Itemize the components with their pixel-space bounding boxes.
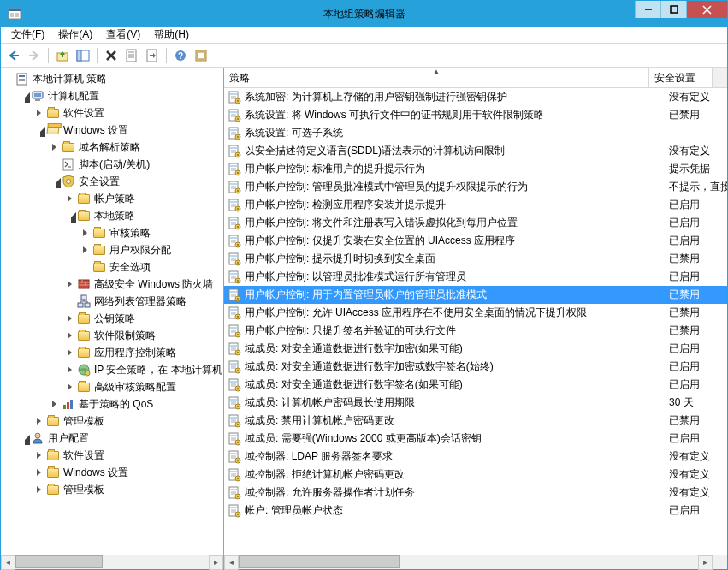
- expand-icon[interactable]: [66, 383, 75, 392]
- menu-file[interactable]: 文件(F): [4, 26, 51, 44]
- svg-rect-2: [10, 13, 14, 17]
- expand-icon[interactable]: [66, 348, 75, 358]
- policy-row[interactable]: 用户帐户控制: 以管理员批准模式运行所有管理员已启用: [224, 268, 727, 286]
- policy-row[interactable]: 系统设置: 可选子系统: [224, 124, 727, 142]
- policy-row[interactable]: 用户帐户控制: 提示提升时切换到安全桌面已禁用: [224, 250, 727, 268]
- tree-node-root[interactable]: 本地计算机 策略: [1, 70, 223, 87]
- menu-view[interactable]: 查看(V): [99, 26, 147, 44]
- tree-node-local_policies[interactable]: 本地策略: [1, 207, 223, 224]
- list-hscroll[interactable]: ◄ ►: [224, 555, 713, 569]
- maximize-button[interactable]: [660, 1, 686, 18]
- tree-node-security_settings[interactable]: 安全设置: [1, 173, 223, 190]
- tree-node-admin_templates_u[interactable]: 管理模板: [1, 481, 223, 498]
- tree-node-ip_security[interactable]: IP 安全策略，在 本地计算机: [1, 361, 223, 378]
- tree-node-computer_config[interactable]: 计算机配置: [1, 87, 223, 104]
- policy-row[interactable]: 域控制器: LDAP 服务器签名要求没有定义: [224, 448, 727, 466]
- tree-node-name_resolution[interactable]: 域名解析策略: [1, 139, 223, 156]
- policy-row[interactable]: 域控制器: 允许服务器操作者计划任务没有定义: [224, 484, 727, 502]
- menu-help[interactable]: 帮助(H): [147, 26, 196, 44]
- tree-node-security_options[interactable]: 安全选项: [1, 258, 223, 276]
- list-hscroll-left[interactable]: ◄: [224, 555, 239, 570]
- tree-node-software_settings_u[interactable]: 软件设置: [1, 447, 223, 464]
- policy-row[interactable]: 用户帐户控制: 只提升签名并验证的可执行文件已禁用: [224, 322, 727, 340]
- close-button[interactable]: [686, 1, 727, 18]
- expand-icon[interactable]: [35, 417, 44, 426]
- tree-node-scripts[interactable]: 脚本(启动/关机): [1, 156, 223, 173]
- policy-row[interactable]: 域成员: 需要强(Windows 2000 或更高版本)会话密钥已启用: [224, 430, 727, 448]
- expand-icon[interactable]: [50, 143, 60, 152]
- menu-action[interactable]: 操作(A): [51, 26, 99, 44]
- column-header-policy[interactable]: 策略 ▲: [224, 68, 649, 87]
- policy-row[interactable]: 用户帐户控制: 检测应用程序安装并提示提升已启用: [224, 196, 727, 214]
- delete-button[interactable]: [102, 46, 121, 65]
- expand-icon[interactable]: [35, 126, 44, 135]
- tree-node-advanced_audit[interactable]: 高级审核策略配置: [1, 378, 223, 395]
- policy-row[interactable]: 以安全描述符定义语言(SDDL)语法表示的计算机访问限制没有定义: [224, 142, 727, 160]
- policy-row[interactable]: 域成员: 对安全通道数据进行数字签名(如果可能)已启用: [224, 376, 727, 394]
- expand-icon[interactable]: [50, 400, 60, 409]
- tree-node-app_control[interactable]: 应用程序控制策略: [1, 344, 223, 361]
- tree-hscroll-right[interactable]: ►: [209, 555, 223, 570]
- expand-icon[interactable]: [81, 229, 91, 238]
- tree-node-policy_qos[interactable]: 基于策略的 QoS: [1, 395, 223, 413]
- expand-icon[interactable]: [66, 194, 75, 204]
- policy-row[interactable]: 用户帐户控制: 标准用户的提升提示行为提示凭据: [224, 160, 727, 178]
- tree-node-windows_settings[interactable]: Windows 设置: [1, 122, 223, 139]
- tree-node-public_key[interactable]: 公钥策略: [1, 310, 223, 327]
- policy-value: 已启用: [666, 234, 727, 248]
- tree-node-user_config[interactable]: 用户配置: [1, 430, 223, 447]
- expand-icon[interactable]: [66, 211, 75, 221]
- export-button[interactable]: [143, 46, 162, 65]
- expand-icon[interactable]: [50, 177, 60, 187]
- tree-body[interactable]: 本地计算机 策略计算机配置软件设置Windows 设置域名解析策略脚本(启动/关…: [1, 68, 223, 555]
- tree-node-admin_templates_c[interactable]: 管理模板: [1, 413, 223, 430]
- policy-row[interactable]: 用户帐户控制: 仅提升安装在安全位置的 UIAccess 应用程序已启用: [224, 232, 727, 250]
- forward-button[interactable]: [25, 46, 44, 65]
- tree-node-audit_policy[interactable]: 审核策略: [1, 224, 223, 241]
- policy-row[interactable]: 系统加密: 为计算机上存储的用户密钥强制进行强密钥保护没有定义: [224, 88, 727, 106]
- expand-icon[interactable]: [66, 331, 75, 341]
- policy-row[interactable]: 用户帐户控制: 将文件和注册表写入错误虚拟化到每用户位置已启用: [224, 214, 727, 232]
- expand-icon[interactable]: [81, 246, 91, 255]
- policy-row[interactable]: 帐户: 管理员帐户状态已启用: [224, 502, 727, 520]
- tree-node-software_settings[interactable]: 软件设置: [1, 104, 223, 122]
- list-hscroll-right[interactable]: ►: [698, 555, 713, 570]
- policy-row[interactable]: 用户帐户控制: 允许 UIAccess 应用程序在不使用安全桌面的情况下提升权限…: [224, 304, 727, 322]
- refresh-button[interactable]: [192, 46, 210, 65]
- up-button[interactable]: [53, 46, 72, 65]
- expand-icon[interactable]: [66, 314, 75, 324]
- folderO-icon: [46, 123, 60, 137]
- expand-icon[interactable]: [35, 109, 44, 118]
- tree-hscroll-left[interactable]: ◄: [1, 555, 15, 570]
- tree-node-windows_settings_u[interactable]: Windows 设置: [1, 464, 223, 481]
- policy-row[interactable]: 域成员: 计算机帐户密码最长使用期限30 天: [224, 394, 727, 412]
- policy-row[interactable]: 域控制器: 拒绝计算机帐户密码更改没有定义: [224, 466, 727, 484]
- tree-node-user_rights[interactable]: 用户权限分配: [1, 241, 223, 258]
- expand-icon[interactable]: [35, 451, 44, 460]
- tree-hscroll[interactable]: ◄ ►: [1, 555, 223, 569]
- tree-node-network_list[interactable]: 网络列表管理器策略: [1, 293, 223, 310]
- tree-node-software_restriction[interactable]: 软件限制策略: [1, 327, 223, 344]
- policy-row[interactable]: 用户帐户控制: 管理员批准模式中管理员的提升权限提示的行为不提示，直接: [224, 178, 727, 196]
- policy-row[interactable]: 用户帐户控制: 用于内置管理员帐户的管理员批准模式已禁用: [224, 286, 727, 304]
- policy-row[interactable]: 域成员: 对安全通道数据进行数字加密或数字签名(始终)已启用: [224, 358, 727, 376]
- expand-icon[interactable]: [66, 365, 75, 375]
- back-button[interactable]: [4, 46, 23, 65]
- expand-icon[interactable]: [20, 434, 29, 443]
- expand-icon[interactable]: [66, 280, 75, 289]
- expand-icon[interactable]: [35, 485, 44, 495]
- expand-icon[interactable]: [35, 468, 44, 478]
- column-header-security[interactable]: 安全设置: [649, 68, 713, 87]
- minimize-button[interactable]: [635, 1, 660, 18]
- policy-row[interactable]: 域成员: 禁用计算机帐户密码更改已禁用: [224, 412, 727, 430]
- list-body[interactable]: 系统加密: 为计算机上存储的用户密钥强制进行强密钥保护没有定义系统设置: 将 W…: [224, 88, 727, 555]
- titlebar[interactable]: 本地组策略编辑器: [1, 1, 727, 27]
- expand-icon[interactable]: [20, 92, 29, 101]
- policy-row[interactable]: 域成员: 对安全通道数据进行数字加密(如果可能)已启用: [224, 340, 727, 358]
- policy-row[interactable]: 系统设置: 将 Windows 可执行文件中的证书规则用于软件限制策略已禁用: [224, 106, 727, 124]
- help-button[interactable]: ?: [171, 46, 190, 65]
- tree-node-account_policies[interactable]: 帐户策略: [1, 190, 223, 207]
- tree-node-windows_firewall[interactable]: 高级安全 Windows 防火墙: [1, 276, 223, 293]
- show-hide-tree-button[interactable]: [74, 46, 92, 65]
- properties-button[interactable]: [122, 46, 141, 65]
